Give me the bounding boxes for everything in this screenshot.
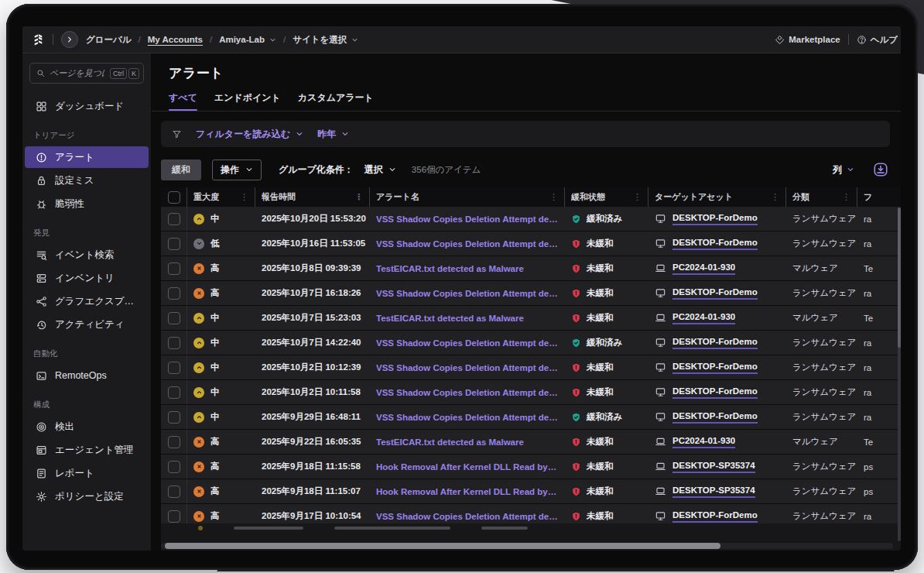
actions-dropdown[interactable]: 操作 bbox=[212, 160, 262, 180]
asset-link[interactable]: DESKTOP-ForDemo bbox=[672, 337, 758, 349]
alert-name-link[interactable]: VSS Shadow Copies Deletion Attempt detec… bbox=[376, 363, 559, 372]
sidebar-item-report[interactable]: レポート bbox=[25, 462, 149, 484]
breadcrumb-item[interactable]: サイトを選択 bbox=[293, 34, 347, 46]
table-row[interactable]: 低2025年10月16日 11:53:05VSS Shadow Copies D… bbox=[161, 232, 901, 256]
breadcrumb-item[interactable]: グローバル bbox=[86, 34, 132, 46]
row-checkbox[interactable] bbox=[168, 262, 180, 275]
sidebar-item-lock[interactable]: 設定ミス bbox=[25, 170, 149, 191]
column-menu-icon[interactable]: ⋮ bbox=[350, 192, 363, 202]
alert-name-link[interactable]: Hook Removal After Kernel DLL Read by un… bbox=[376, 462, 559, 472]
alert-name-link[interactable]: TestEICAR.txt detected as Malware bbox=[376, 314, 524, 323]
time-range-dropdown[interactable]: 昨年 bbox=[317, 128, 349, 141]
asset-link[interactable]: DESKTOP-ForDemo bbox=[672, 287, 758, 300]
alert-name-link[interactable]: Hook Removal After Kernel DLL Read by un… bbox=[376, 487, 559, 496]
row-checkbox[interactable] bbox=[168, 436, 180, 448]
alert-name-link[interactable]: VSS Shadow Copies Deletion Attempt detec… bbox=[376, 512, 559, 521]
group-by-dropdown[interactable]: 選択 bbox=[364, 163, 396, 177]
column-menu-icon[interactable]: ⋮ bbox=[766, 192, 779, 202]
column-header-mitigation[interactable]: 緩和状態⋮ bbox=[565, 187, 649, 207]
sidebar-item-gear[interactable]: ポリシーと設定 bbox=[25, 486, 149, 507]
row-checkbox[interactable] bbox=[168, 510, 180, 523]
asset-link[interactable]: DESKTOP-ForDemo bbox=[672, 411, 758, 424]
row-checkbox[interactable] bbox=[168, 386, 180, 399]
alert-name-link[interactable]: TestEICAR.txt detected as Malware bbox=[376, 264, 524, 273]
sidebar-item-detection[interactable]: 検出 bbox=[25, 416, 149, 437]
sidebar-item-event-search[interactable]: イベント検索 bbox=[25, 244, 149, 266]
sidebar-search-input[interactable]: ページを見つける Ctrl K bbox=[29, 63, 144, 84]
table-row[interactable]: 中2025年10月7日 14:22:40VSS Shadow Copies De… bbox=[161, 331, 901, 355]
vertical-scrollbar-track[interactable] bbox=[898, 208, 901, 541]
column-header-classification[interactable]: 分類⋮ bbox=[786, 187, 857, 207]
asset-link[interactable]: DESKTOP-ForDemo bbox=[672, 213, 758, 225]
asset-link[interactable]: DESKTOP-SP35374 bbox=[672, 461, 755, 473]
column-header-alert-name[interactable]: アラート名⋮ bbox=[370, 187, 565, 207]
row-checkbox[interactable] bbox=[168, 486, 180, 498]
horizontal-scrollbar-thumb[interactable] bbox=[165, 543, 720, 549]
table-row[interactable]: 高2025年10月8日 09:39:39TestEICAR.txt detect… bbox=[161, 256, 901, 281]
table-row[interactable]: 高2025年9月18日 11:15:58Hook Removal After K… bbox=[161, 455, 901, 479]
asset-link[interactable]: DESKTOP-ForDemo bbox=[672, 386, 758, 399]
asset-link[interactable]: DESKTOP-ForDemo bbox=[672, 510, 758, 523]
sidebar-item-graph[interactable]: グラフエクスプローラー bbox=[25, 290, 149, 312]
alert-name-link[interactable]: VSS Shadow Copies Deletion Attempt detec… bbox=[376, 338, 559, 348]
asset-link[interactable]: PC2024-01-930 bbox=[672, 436, 735, 448]
column-menu-icon[interactable]: ⋮ bbox=[545, 192, 558, 202]
sidebar-item-bug[interactable]: 脆弱性 bbox=[25, 193, 149, 214]
marketplace-button[interactable]: Marketplace bbox=[775, 35, 840, 45]
column-header-file[interactable]: フ bbox=[857, 187, 901, 207]
sidebar-item-agents[interactable]: エージェント管理 bbox=[25, 439, 149, 461]
scope-expand-button[interactable] bbox=[61, 31, 78, 48]
row-checkbox[interactable] bbox=[168, 411, 180, 424]
row-checkbox[interactable] bbox=[168, 213, 180, 225]
asset-link[interactable]: PC2024-01-930 bbox=[672, 262, 735, 275]
row-checkbox[interactable] bbox=[168, 362, 180, 374]
column-menu-icon[interactable]: ⋮ bbox=[235, 192, 248, 202]
alert-name-link[interactable]: TestEICAR.txt detected as Malware bbox=[376, 437, 524, 447]
column-header-severity[interactable]: 重大度⋮ bbox=[187, 187, 255, 207]
row-checkbox[interactable] bbox=[168, 337, 180, 349]
sidebar-item-remoteops[interactable]: RemoteOps bbox=[25, 365, 149, 386]
sidebar-item-alert[interactable]: アラート bbox=[25, 146, 149, 168]
sidebar-item-inventory[interactable]: インベントリ bbox=[25, 267, 149, 289]
columns-dropdown[interactable]: 列 bbox=[833, 163, 854, 177]
tab-0[interactable]: すべて bbox=[169, 91, 197, 111]
asset-link[interactable]: PC2024-01-930 bbox=[672, 312, 735, 324]
alert-name-link[interactable]: VSS Shadow Copies Deletion Attempt detec… bbox=[376, 289, 559, 298]
table-row[interactable]: 中2025年9月29日 16:48:11VSS Shadow Copies De… bbox=[161, 405, 901, 430]
mitigate-button[interactable]: 緩和 bbox=[161, 160, 201, 180]
vertical-scrollbar-thumb[interactable] bbox=[898, 208, 901, 348]
alert-name-link[interactable]: VSS Shadow Copies Deletion Attempt detec… bbox=[376, 388, 559, 397]
row-checkbox[interactable] bbox=[168, 461, 180, 473]
sidebar-item-dashboard[interactable]: ダッシュボード bbox=[25, 95, 149, 117]
row-checkbox[interactable] bbox=[168, 287, 180, 300]
table-row[interactable]: 中2025年10月20日 15:53:20VSS Shadow Copies D… bbox=[161, 207, 901, 232]
tab-1[interactable]: エンドポイント bbox=[214, 91, 281, 111]
table-row[interactable]: 高2025年10月7日 16:18:26VSS Shadow Copies De… bbox=[161, 281, 901, 306]
breadcrumb-item[interactable]: Amiya-Lab bbox=[219, 35, 265, 44]
breadcrumb-item[interactable]: My Accounts bbox=[148, 35, 203, 44]
column-header-report-time[interactable]: 報告時間⋮ bbox=[255, 187, 370, 207]
table-row[interactable]: 中2025年10月2日 10:11:58VSS Shadow Copies De… bbox=[161, 380, 901, 405]
alert-name-link[interactable]: VSS Shadow Copies Deletion Attempt detec… bbox=[376, 214, 559, 224]
asset-link[interactable]: DESKTOP-ForDemo bbox=[672, 238, 758, 250]
table-row[interactable]: 高2025年9月18日 11:15:07Hook Removal After K… bbox=[161, 479, 901, 504]
alert-name-link[interactable]: VSS Shadow Copies Deletion Attempt detec… bbox=[376, 413, 559, 422]
asset-link[interactable]: DESKTOP-SP35374 bbox=[672, 486, 755, 498]
row-checkbox[interactable] bbox=[168, 312, 180, 324]
export-download-button[interactable] bbox=[873, 162, 888, 177]
row-checkbox[interactable] bbox=[168, 238, 180, 250]
table-row[interactable]: 高2025年9月17日 10:10:54VSS Shadow Copies De… bbox=[161, 504, 901, 523]
tab-2[interactable]: カスタムアラート bbox=[298, 91, 374, 111]
sidebar-item-activity[interactable]: アクティビティ bbox=[25, 314, 149, 335]
select-all-checkbox[interactable] bbox=[168, 191, 180, 204]
load-filter-dropdown[interactable]: フィルターを読み込む bbox=[196, 128, 303, 141]
column-header-target-asset[interactable]: ターゲットアセット⋮ bbox=[649, 187, 786, 207]
table-row[interactable]: 中2025年10月2日 10:12:39VSS Shadow Copies De… bbox=[161, 355, 901, 380]
column-menu-icon[interactable]: ⋮ bbox=[628, 192, 642, 202]
column-menu-icon[interactable]: ⋮ bbox=[837, 192, 850, 202]
table-row[interactable]: 中2025年10月7日 15:23:03TestEICAR.txt detect… bbox=[161, 306, 901, 331]
asset-link[interactable]: DESKTOP-ForDemo bbox=[672, 362, 758, 374]
help-button[interactable]: ヘルプ bbox=[857, 34, 898, 46]
table-row[interactable]: 高2025年9月22日 16:05:35TestEICAR.txt detect… bbox=[161, 430, 901, 455]
alert-name-link[interactable]: VSS Shadow Copies Deletion Attempt detec… bbox=[376, 239, 559, 249]
